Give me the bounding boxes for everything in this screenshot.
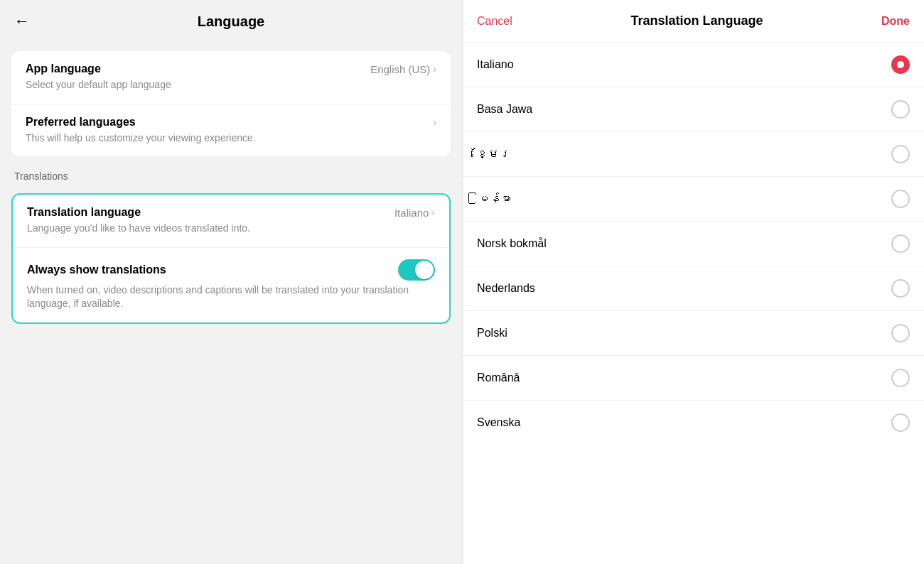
app-language-item[interactable]: App language English (US) › Select your … <box>11 51 451 104</box>
language-item[interactable]: မြန်မာ <box>463 177 924 222</box>
language-card: App language English (US) › Select your … <box>11 51 451 156</box>
language-name: Basa Jawa <box>477 103 532 116</box>
translation-language-panel-title: Translation Language <box>630 13 763 28</box>
radio-button[interactable] <box>891 55 910 74</box>
language-name: Norsk bokmål <box>477 237 547 250</box>
preferred-languages-chevron: › <box>433 116 436 128</box>
left-header: ← Language <box>0 0 462 43</box>
language-item[interactable]: Basa Jawa <box>463 87 924 132</box>
language-name: Nederlands <box>477 282 535 295</box>
right-header: Cancel Translation Language Done <box>463 0 924 43</box>
cancel-button[interactable]: Cancel <box>477 15 512 28</box>
language-item[interactable]: Nederlands <box>463 266 924 311</box>
app-language-value: English (US) › <box>370 63 436 75</box>
always-show-title: Always show translations <box>27 264 166 276</box>
language-name: မြန်မာ <box>477 192 511 205</box>
language-item[interactable]: ខ្មែរ <box>463 132 924 177</box>
right-panel: Cancel Translation Language Done Italian… <box>462 0 924 564</box>
language-item[interactable]: Polski <box>463 311 924 356</box>
translation-language-item[interactable]: Translation language Italiano › Language… <box>13 195 449 248</box>
preferred-languages-subtitle: This will help us customize your viewing… <box>26 131 436 146</box>
language-name: Italiano <box>477 58 514 71</box>
translation-language-title: Translation language <box>27 206 141 219</box>
toggle-track[interactable] <box>398 259 435 281</box>
left-panel: ← Language App language English (US) › S… <box>0 0 462 564</box>
language-name: ខ្មែរ <box>477 148 511 161</box>
language-item[interactable]: Italiano <box>463 43 924 87</box>
radio-button[interactable] <box>891 190 910 208</box>
language-item[interactable]: Română <box>463 356 924 401</box>
radio-button[interactable] <box>891 100 910 119</box>
back-button[interactable]: ← <box>14 12 30 31</box>
language-item[interactable]: Svenska <box>463 401 924 445</box>
always-show-subtitle: When turned on, video descriptions and c… <box>27 283 435 311</box>
preferred-languages-item[interactable]: Preferred languages › This will help us … <box>11 104 451 157</box>
language-item[interactable]: Norsk bokmål <box>463 222 924 266</box>
app-language-chevron: › <box>433 63 436 75</box>
radio-button[interactable] <box>891 145 910 163</box>
translations-label: Translations <box>11 165 451 185</box>
translation-card: Translation language Italiano › Language… <box>11 193 451 324</box>
toggle-knob <box>415 261 434 279</box>
radio-button[interactable] <box>891 324 910 342</box>
always-show-toggle[interactable] <box>398 259 435 281</box>
done-button[interactable]: Done <box>881 15 910 28</box>
app-language-subtitle: Select your default app language <box>26 78 436 92</box>
left-title: Language <box>198 13 264 30</box>
translation-language-chevron: › <box>431 207 435 218</box>
radio-button[interactable] <box>891 279 910 298</box>
always-show-item: Always show translations When turned on,… <box>13 248 449 322</box>
radio-button[interactable] <box>891 369 910 387</box>
language-list: ItalianoBasa Jawaខ្មែរမြန်မာNorsk bokmål… <box>463 43 924 564</box>
preferred-languages-title: Preferred languages <box>26 116 136 129</box>
translation-language-value: Italiano › <box>394 207 435 219</box>
translation-language-subtitle: Language you'd like to have videos trans… <box>27 222 435 236</box>
language-name: Română <box>477 372 520 384</box>
language-name: Svenska <box>477 416 520 429</box>
left-content: App language English (US) › Select your … <box>0 43 462 332</box>
radio-button[interactable] <box>891 413 910 432</box>
app-language-title: App language <box>26 63 101 75</box>
radio-button[interactable] <box>891 234 910 253</box>
language-name: Polski <box>477 327 507 340</box>
